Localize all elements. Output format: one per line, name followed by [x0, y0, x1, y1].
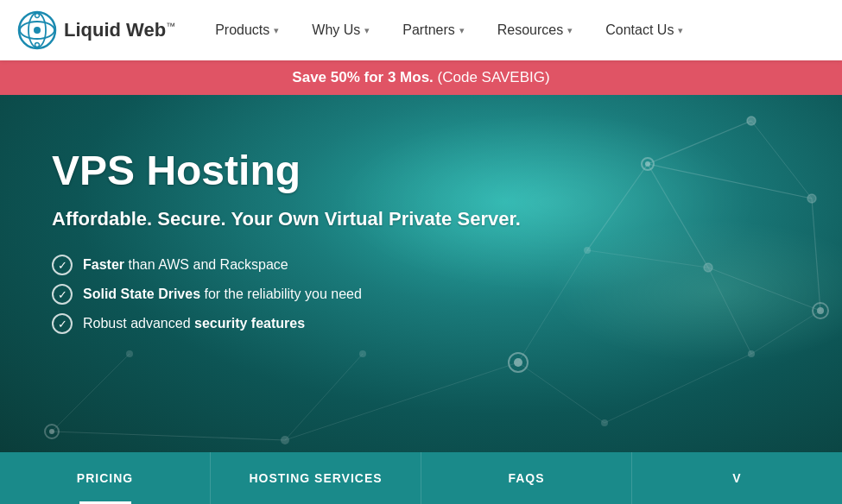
nav-contact-us[interactable]: Contact Us ▾ — [592, 0, 697, 60]
why-us-chevron-icon: ▾ — [364, 25, 370, 36]
bottom-tabs: PRICING HOSTING SERVICES FAQS V — [0, 452, 842, 504]
hero-section: VPS Hosting Affordable. Secure. Your Own… — [0, 95, 842, 452]
check-icon-3: ✓ — [52, 313, 73, 334]
nav-links: Products ▾ Why Us ▾ Partners ▾ Resources… — [201, 0, 825, 60]
hero-bullet-2: ✓ Solid State Drives for the reliability… — [52, 284, 790, 305]
svg-point-3 — [34, 27, 41, 34]
svg-point-40 — [49, 429, 54, 434]
promo-text-bold: Save 50% for 3 Mos. — [292, 69, 433, 85]
tab-v[interactable]: V — [632, 452, 842, 504]
hero-bullet-1: ✓ Faster than AWS and Rackspace — [52, 255, 790, 275]
logo-icon — [17, 10, 57, 50]
hero-content: VPS Hosting Affordable. Secure. Your Own… — [0, 95, 842, 369]
svg-point-4 — [35, 14, 40, 18]
bullet-2-text: Solid State Drives for the reliability y… — [83, 287, 362, 302]
brand-name: Liquid Web™ — [64, 19, 175, 41]
nav-resources[interactable]: Resources ▾ — [484, 0, 586, 60]
promo-code: (Code SAVEBIG) — [438, 69, 550, 85]
tab-pricing[interactable]: PRICING — [0, 452, 211, 504]
svg-point-37 — [281, 436, 289, 444]
nav-partners[interactable]: Partners ▾ — [389, 0, 478, 60]
svg-point-36 — [601, 419, 608, 426]
bullet-1-text: Faster than AWS and Rackspace — [83, 257, 288, 273]
resources-chevron-icon: ▾ — [567, 25, 573, 36]
check-icon-2: ✓ — [52, 284, 73, 305]
tab-faqs[interactable]: FAQS — [421, 452, 632, 504]
contact-chevron-icon: ▾ — [678, 25, 683, 36]
bullet-3-text: Robust advanced security features — [83, 316, 305, 331]
nav-products[interactable]: Products ▾ — [201, 0, 293, 60]
promo-banner[interactable]: Save 50% for 3 Mos. (Code SAVEBIG) — [0, 60, 842, 95]
hero-bullet-3: ✓ Robust advanced security features — [52, 313, 790, 334]
svg-point-5 — [35, 43, 40, 47]
products-chevron-icon: ▾ — [274, 25, 279, 36]
navbar: Liquid Web™ Products ▾ Why Us ▾ Partners… — [0, 0, 842, 60]
tab-hosting-services[interactable]: HOSTING SERVICES — [211, 452, 421, 504]
partners-chevron-icon: ▾ — [459, 25, 465, 36]
logo[interactable]: Liquid Web™ — [17, 10, 175, 50]
hero-subtitle: Affordable. Secure. Your Own Virtual Pri… — [52, 208, 790, 230]
hero-bullets-list: ✓ Faster than AWS and Rackspace ✓ Solid … — [52, 255, 790, 334]
check-icon-1: ✓ — [52, 255, 73, 275]
hero-title: VPS Hosting — [52, 147, 790, 194]
nav-why-us[interactable]: Why Us ▾ — [298, 0, 383, 60]
